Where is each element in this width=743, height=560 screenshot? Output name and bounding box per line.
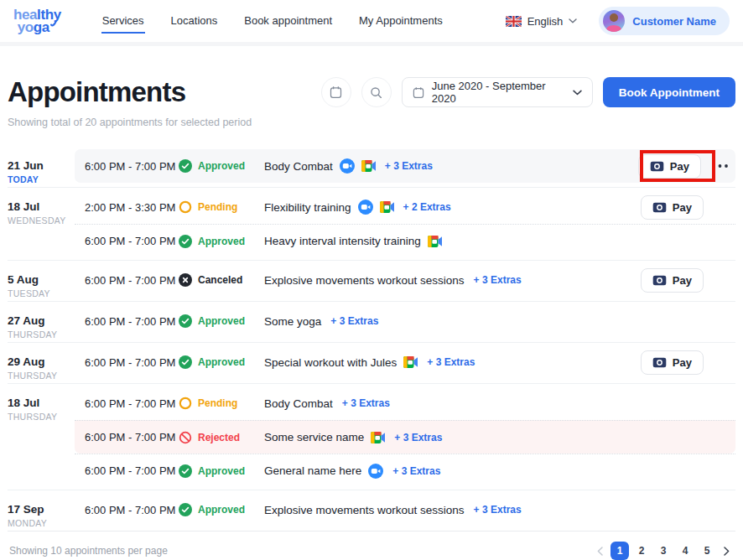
- page-button-4[interactable]: 4: [676, 542, 694, 560]
- nav-item-my-appointments[interactable]: My Appointments: [358, 9, 444, 34]
- service-name: Explosive movements workout sessions: [264, 274, 465, 287]
- row-actions: Pay: [641, 195, 735, 220]
- banknote-icon: [652, 357, 667, 368]
- appointment-row: 6:00 PM - 7:00 PMPendingBody Combat+ 3 E…: [75, 386, 735, 420]
- appointment-row: 6:00 PM - 7:00 PMApprovedSpecial workout…: [75, 345, 735, 379]
- service-name: Explosive movements workout sessions: [264, 504, 465, 516]
- group-rows: 6:00 PM - 7:00 PMApprovedBody Combat+ 3 …: [75, 149, 735, 184]
- extras-link[interactable]: + 3 Extras: [427, 356, 475, 368]
- date-cell: 21 JunTODAY: [8, 149, 75, 184]
- extras-link[interactable]: + 3 Extras: [342, 397, 390, 409]
- appointment-time: 2:00 PM - 3:30 PM: [85, 201, 179, 214]
- status-badge: Pending: [179, 397, 264, 410]
- approved-status-icon: [179, 355, 192, 369]
- page-controls: June 2020 - September 2020 Book Appointm…: [321, 77, 735, 107]
- extras-link[interactable]: + 3 Extras: [385, 160, 433, 172]
- status-label: Approved: [198, 160, 245, 172]
- weekday-label: THURSDAY: [8, 329, 75, 340]
- page-button-5[interactable]: 5: [698, 542, 716, 560]
- nav-item-services[interactable]: Services: [101, 9, 145, 34]
- more-options-button[interactable]: [709, 161, 730, 171]
- appointment-group: 27 AugTHURSDAY6:00 PM - 7:00 PMApprovedS…: [8, 302, 735, 343]
- status-badge: Approved: [179, 503, 264, 516]
- appointments-table: 21 JunTODAY6:00 PM - 7:00 PMApprovedBody…: [8, 147, 735, 531]
- appointment-time: 6:00 PM - 7:00 PM: [85, 274, 179, 287]
- appointment-time: 6:00 PM - 7:00 PM: [85, 504, 179, 516]
- extras-link[interactable]: + 3 Extras: [394, 432, 442, 443]
- status-badge: Approved: [179, 464, 264, 478]
- appointment-time: 6:00 PM - 7:00 PM: [85, 356, 179, 369]
- appointment-time: 6:00 PM - 7:00 PM: [85, 464, 179, 477]
- approved-status-icon: [179, 314, 192, 328]
- appointment-row: 2:00 PM - 3:30 PMPendingFlexibility trai…: [75, 190, 735, 224]
- status-badge: Approved: [179, 355, 264, 369]
- pay-button[interactable]: Pay: [638, 154, 701, 179]
- page-button-1[interactable]: 1: [611, 542, 629, 560]
- status-badge: Rejected: [179, 431, 264, 444]
- extras-link[interactable]: + 3 Extras: [474, 274, 522, 286]
- status-badge: Canceled: [179, 273, 264, 287]
- service-name: Special workout with Jules: [264, 356, 397, 369]
- row-actions: Pay: [641, 350, 735, 375]
- meet-icon: [428, 236, 442, 247]
- nav-item-book-appointment[interactable]: Book appointment: [243, 9, 333, 34]
- top-navigation-bar: healthy yoga ServicesLocationsBook appoi…: [0, 0, 743, 42]
- chevron-down-icon: [573, 90, 582, 96]
- calendar-view-button[interactable]: [321, 77, 351, 107]
- date-label: 5 Aug: [8, 273, 75, 286]
- extras-link[interactable]: + 3 Extras: [330, 315, 378, 327]
- date-label: 17 Sep: [8, 503, 75, 516]
- row-actions: Pay: [638, 154, 735, 179]
- date-label: 21 Jun: [8, 159, 75, 172]
- page-button-2[interactable]: 2: [632, 542, 651, 560]
- service-cell: Heavy interval intensity training: [264, 235, 442, 247]
- language-selector[interactable]: English: [506, 15, 578, 28]
- group-rows: 6:00 PM - 7:00 PMCanceledExplosive movem…: [75, 263, 735, 298]
- pay-button[interactable]: Pay: [641, 195, 704, 220]
- pay-button[interactable]: Pay: [641, 350, 704, 375]
- brand-logo[interactable]: healthy yoga: [13, 8, 61, 34]
- book-appointment-button[interactable]: Book Appointment: [603, 77, 735, 107]
- date-cell: 27 AugTHURSDAY: [8, 304, 75, 340]
- extras-link[interactable]: + 3 Extras: [474, 504, 522, 516]
- banknote-icon: [652, 275, 667, 286]
- service-cell: Some yoga+ 3 Extras: [264, 315, 378, 328]
- nav-item-locations[interactable]: Locations: [170, 9, 219, 34]
- user-menu[interactable]: Customer Name: [599, 7, 730, 35]
- rejected-status-icon: [179, 431, 192, 444]
- prev-page-button[interactable]: [593, 545, 607, 557]
- date-cell: 5 AugTUESDAY: [8, 263, 75, 298]
- appointment-row: 6:00 PM - 7:00 PMApprovedExplosive movem…: [75, 493, 735, 526]
- group-rows: 6:00 PM - 7:00 PMPendingBody Combat+ 3 E…: [75, 386, 735, 487]
- service-name: Some service name: [264, 431, 364, 443]
- pay-label: Pay: [670, 160, 689, 173]
- appointment-row: 6:00 PM - 7:00 PMApprovedBody Combat+ 3 …: [75, 149, 735, 183]
- appointment-group: 21 JunTODAY6:00 PM - 7:00 PMApprovedBody…: [8, 147, 735, 188]
- calendar-icon: [330, 86, 342, 99]
- group-rows: 6:00 PM - 7:00 PMApprovedExplosive movem…: [75, 493, 735, 528]
- status-label: Pending: [198, 201, 237, 213]
- approved-status-icon: [179, 159, 192, 173]
- page-button-3[interactable]: 3: [654, 542, 673, 560]
- appointment-row: 6:00 PM - 7:00 PMApprovedGeneral name he…: [75, 454, 735, 487]
- pay-button[interactable]: Pay: [641, 268, 704, 293]
- canceled-status-icon: [179, 273, 192, 287]
- appointment-row: 6:00 PM - 7:00 PMApprovedSome yoga+ 3 Ex…: [75, 304, 735, 338]
- pending-status-icon: [179, 200, 192, 214]
- status-label: Approved: [198, 465, 245, 477]
- search-icon: [370, 86, 382, 99]
- approved-status-icon: [179, 235, 192, 248]
- weekday-label: TUESDAY: [8, 288, 75, 298]
- period-select[interactable]: June 2020 - September 2020: [402, 77, 593, 107]
- weekday-label: THURSDAY: [8, 371, 75, 381]
- extras-link[interactable]: + 2 Extras: [403, 201, 451, 213]
- next-page-button[interactable]: [720, 545, 734, 557]
- today-label: TODAY: [8, 174, 75, 184]
- meet-icon: [371, 432, 385, 443]
- date-label: 18 Jul: [8, 200, 75, 213]
- date-cell: 17 SepMONDAY: [8, 493, 75, 528]
- appointment-row: 6:00 PM - 7:00 PMRejectedSome service na…: [75, 420, 735, 454]
- extras-link[interactable]: + 3 Extras: [392, 465, 440, 477]
- pay-label: Pay: [673, 201, 692, 214]
- search-button[interactable]: [361, 77, 392, 107]
